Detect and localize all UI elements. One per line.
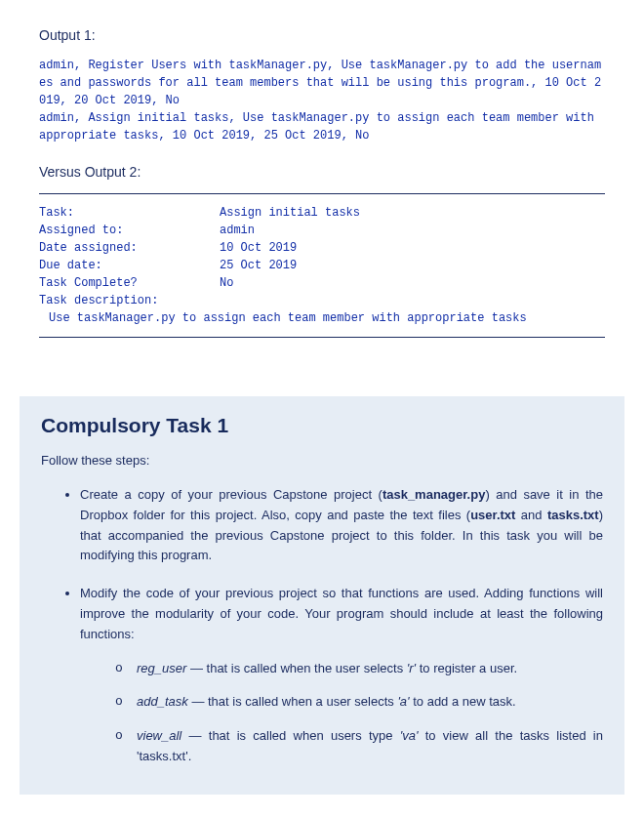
- dash: —: [188, 694, 208, 709]
- fn-name: add_task: [137, 694, 188, 709]
- assigned-label: Assigned to:: [39, 222, 220, 239]
- output1-code: admin, Register Users with taskManager.p…: [39, 57, 605, 144]
- key: 'a': [397, 694, 409, 709]
- t: to add a new task.: [410, 694, 516, 709]
- row-complete: Task Complete? No: [39, 274, 605, 292]
- file-tasks-txt: tasks.txt: [547, 508, 599, 522]
- desc-label: Task description:: [39, 292, 605, 309]
- t: to register a user.: [416, 661, 517, 675]
- complete-value: No: [220, 274, 233, 292]
- task-heading: Compulsory Task 1: [41, 414, 603, 437]
- date-assigned-value: 10 Oct 2019: [220, 239, 297, 257]
- functions-list: reg_user — that is called when the user …: [80, 659, 603, 767]
- compulsory-task-panel: Compulsory Task 1 Follow these steps: Cr…: [20, 396, 624, 795]
- steps-list: Create a copy of your previous Capstone …: [41, 485, 603, 767]
- t: and: [515, 508, 547, 522]
- output2-block: Task: Assign initial tasks Assigned to: …: [39, 193, 605, 338]
- rule-bottom: [39, 337, 605, 338]
- due-label: Due date:: [39, 257, 220, 274]
- file-user-txt: user.txt: [470, 508, 515, 522]
- row-task: Task: Assign initial tasks: [39, 204, 605, 222]
- row-assigned: Assigned to: admin: [39, 222, 605, 239]
- fn-name: reg_user: [137, 661, 186, 675]
- fn-name: view_all: [137, 728, 181, 743]
- complete-label: Task Complete?: [39, 274, 220, 292]
- task-value: Assign initial tasks: [220, 204, 360, 222]
- desc-value: Use taskManager.py to assign each team m…: [39, 309, 605, 327]
- due-value: 25 Oct 2019: [220, 257, 297, 274]
- t: Create a copy of your previous Capstone …: [80, 487, 382, 502]
- t: Modify the code of your previous project…: [80, 586, 603, 641]
- assigned-value: admin: [220, 222, 255, 239]
- t: that is called when users type: [209, 728, 400, 743]
- row-date-assigned: Date assigned: 10 Oct 2019: [39, 239, 605, 257]
- dash: —: [181, 728, 209, 743]
- date-assigned-label: Date assigned:: [39, 239, 220, 257]
- page: Output 1: admin, Register Users with tas…: [0, 0, 644, 817]
- key: 'va': [400, 728, 419, 743]
- file-task-manager: task_manager.py: [382, 487, 486, 502]
- step-1: Create a copy of your previous Capstone …: [80, 485, 603, 566]
- output1-label: Output 1:: [39, 27, 605, 43]
- step-2: Modify the code of your previous project…: [80, 584, 603, 767]
- fn-reg-user: reg_user — that is called when the user …: [115, 659, 603, 679]
- output2-label: Versus Output 2:: [39, 164, 605, 180]
- t: that is called when a user selects: [208, 694, 397, 709]
- dash: —: [186, 661, 206, 675]
- rule-top: [39, 193, 605, 194]
- fn-view-all: view_all — that is called when users typ…: [115, 726, 603, 767]
- t: that is called when the user selects: [207, 661, 407, 675]
- task-label: Task:: [39, 204, 220, 222]
- row-due: Due date: 25 Oct 2019: [39, 257, 605, 274]
- fn-add-task: add_task — that is called when a user se…: [115, 692, 603, 713]
- key: 'r': [407, 661, 416, 675]
- task-intro: Follow these steps:: [41, 453, 603, 468]
